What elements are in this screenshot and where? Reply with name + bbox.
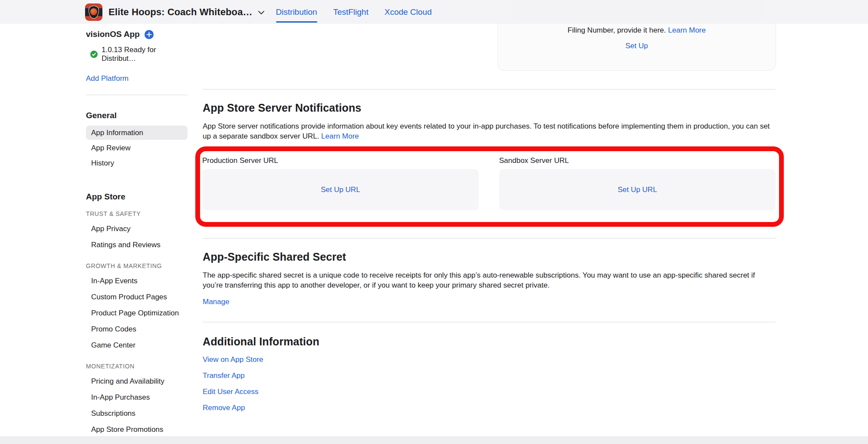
tab-xcode-cloud[interactable]: Xcode Cloud bbox=[385, 0, 432, 24]
sidebar-heading-general: General bbox=[86, 111, 187, 120]
manage-link[interactable]: Manage bbox=[203, 298, 229, 306]
filing-set-up-link[interactable]: Set Up bbox=[625, 42, 648, 50]
tab-distribution[interactable]: Distribution bbox=[276, 0, 317, 24]
server-notifications-title: App Store Server Notifications bbox=[203, 102, 776, 114]
production-server-url-label: Production Server URL bbox=[202, 156, 479, 165]
server-notifications-description: App Store server notifications provide i… bbox=[203, 121, 776, 141]
sidebar-item-promo-codes[interactable]: Promo Codes bbox=[86, 325, 187, 334]
platform-title: visionOS App bbox=[86, 30, 140, 39]
app-title: Elite Hoops: Coach Whiteboa… bbox=[108, 7, 253, 18]
main-content: App Store Server Notifications App Store… bbox=[203, 24, 776, 412]
sidebar-item-in-app-events[interactable]: In-App Events bbox=[86, 277, 187, 285]
server-url-grid: Production Server URL Set Up URL Sandbox… bbox=[202, 156, 776, 210]
app-header: Elite Hoops: Coach Whiteboa… Distributio… bbox=[0, 0, 868, 24]
sidebar-item-product-page-optimization[interactable]: Product Page Optimization bbox=[86, 309, 187, 318]
sidebar-item-in-app-purchases[interactable]: In-App Purchases bbox=[86, 393, 187, 402]
filing-learn-more-link[interactable]: Learn More bbox=[668, 26, 706, 34]
chevron-down-icon[interactable] bbox=[258, 10, 265, 15]
content-divider bbox=[203, 238, 776, 239]
sidebar-item-pricing-availability[interactable]: Pricing and Availability bbox=[86, 377, 187, 386]
production-server-column: Production Server URL Set Up URL bbox=[202, 156, 479, 210]
sidebar-group-trust-safety: TRUST & SAFETY bbox=[86, 210, 187, 217]
sidebar-item-app-privacy[interactable]: App Privacy bbox=[86, 225, 187, 233]
sidebar-item-app-store-promotions[interactable]: App Store Promotions bbox=[86, 425, 187, 434]
shared-secret-title: App-Specific Shared Secret bbox=[203, 251, 776, 263]
annotation-highlight-box: Production Server URL Set Up URL Sandbox… bbox=[195, 146, 784, 227]
view-on-app-store-link[interactable]: View on App Store bbox=[203, 355, 776, 364]
additional-links-list: View on App Store Transfer App Edit User… bbox=[203, 355, 776, 412]
sidebar-item-app-review[interactable]: App Review bbox=[86, 141, 187, 155]
ready-checkmark-icon bbox=[90, 50, 98, 58]
production-server-url-panel: Set Up URL bbox=[202, 169, 479, 210]
content-divider bbox=[203, 322, 776, 322]
version-status-row[interactable]: 1.0.13 Ready for Distribut… bbox=[86, 46, 187, 63]
content-divider bbox=[203, 89, 776, 89]
sandbox-set-up-url-link[interactable]: Set Up URL bbox=[618, 186, 657, 194]
notifications-learn-more-link[interactable]: Learn More bbox=[321, 132, 359, 140]
sidebar-item-history[interactable]: History bbox=[86, 156, 187, 170]
app-icon bbox=[85, 3, 102, 21]
sidebar-heading-app-store: App Store bbox=[86, 192, 187, 202]
edit-user-access-link[interactable]: Edit User Access bbox=[203, 388, 776, 396]
sidebar-item-subscriptions[interactable]: Subscriptions bbox=[86, 409, 187, 418]
production-set-up-url-link[interactable]: Set Up URL bbox=[321, 186, 360, 194]
sidebar-item-app-information[interactable]: App Information bbox=[86, 126, 187, 140]
filing-card-text: Filing Number, provide it here. Learn Mo… bbox=[498, 26, 776, 35]
add-platform-link[interactable]: Add Platform bbox=[86, 74, 128, 83]
sidebar-group-monetization: MONETIZATION bbox=[86, 363, 187, 370]
tab-testflight[interactable]: TestFlight bbox=[333, 0, 368, 24]
sandbox-server-url-label: Sandbox Server URL bbox=[499, 156, 776, 165]
sidebar: visionOS App 1.0.13 Ready for Distribut…… bbox=[86, 24, 187, 434]
sidebar-group-growth-marketing: GROWTH & MARKETING bbox=[86, 262, 187, 269]
remove-app-link[interactable]: Remove App bbox=[203, 404, 776, 412]
version-status-label: 1.0.13 Ready for Distribut… bbox=[102, 46, 187, 63]
sidebar-item-ratings-reviews[interactable]: Ratings and Reviews bbox=[86, 241, 187, 249]
page-footer-band bbox=[0, 436, 868, 444]
sandbox-server-column: Sandbox Server URL Set Up URL bbox=[499, 156, 776, 210]
sidebar-item-game-center[interactable]: Game Center bbox=[86, 341, 187, 350]
add-version-plus-icon[interactable] bbox=[145, 30, 154, 39]
platform-row: visionOS App bbox=[86, 30, 187, 39]
sandbox-server-url-panel: Set Up URL bbox=[499, 169, 776, 210]
sidebar-divider bbox=[86, 95, 187, 95]
shared-secret-description: The app-specific shared secret is a uniq… bbox=[203, 270, 776, 290]
basketball-icon bbox=[90, 8, 97, 15]
additional-information-title: Additional Information bbox=[203, 335, 776, 348]
header-tabs: Distribution TestFlight Xcode Cloud bbox=[276, 0, 448, 24]
sidebar-item-custom-product-pages[interactable]: Custom Product Pages bbox=[86, 293, 187, 302]
general-nav-list: App Information App Review History bbox=[86, 126, 187, 170]
transfer-app-link[interactable]: Transfer App bbox=[203, 371, 776, 380]
